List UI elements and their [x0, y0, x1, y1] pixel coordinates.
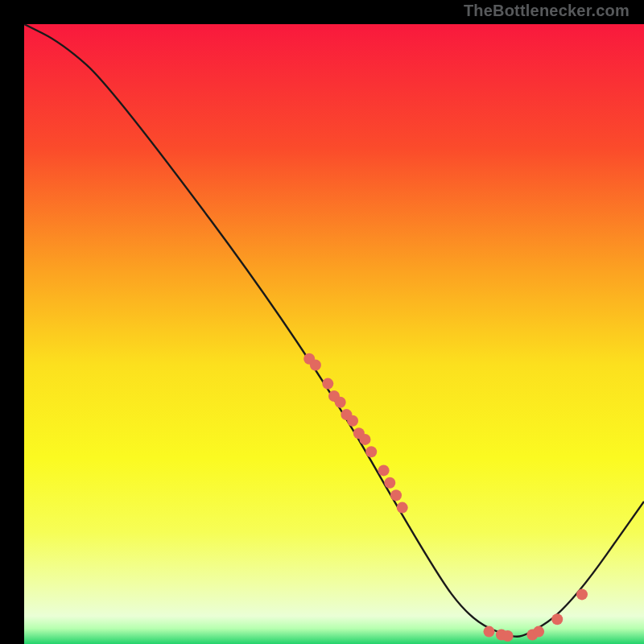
scatter-point: [384, 477, 395, 489]
scatter-point: [335, 397, 346, 408]
scatter-point: [322, 378, 333, 390]
scatter-point: [347, 415, 358, 427]
watermark-text: TheBottlenecker.com: [464, 2, 630, 20]
scatter-point: [378, 464, 390, 476]
scatter-point: [576, 588, 588, 600]
scatter-point: [551, 613, 563, 625]
scatter-point: [484, 626, 495, 638]
scatter-point: [365, 446, 377, 457]
scatter-point: [310, 360, 321, 371]
chart-frame: [12, 12, 632, 632]
scatter-point: [502, 630, 514, 642]
scatter-point: [397, 502, 408, 514]
scatter-point: [390, 489, 402, 501]
scatter-point: [360, 434, 371, 445]
gradient-background: [24, 24, 644, 644]
scatter-point: [533, 626, 544, 638]
bottleneck-chart: [24, 24, 644, 644]
